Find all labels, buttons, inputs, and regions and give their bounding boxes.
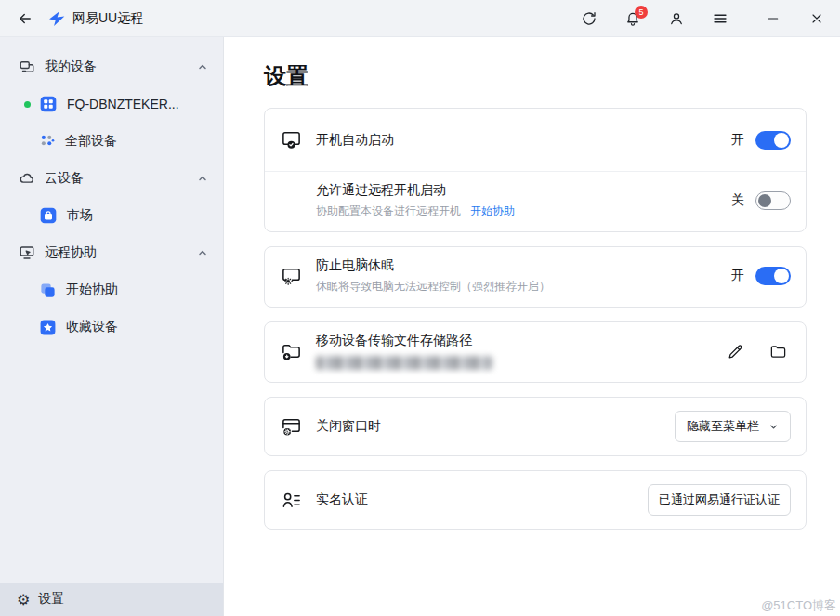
refresh-icon [581,10,597,27]
online-status-dot [24,101,31,108]
sidebar-label: 云设备 [45,170,84,187]
card-real-name: 实名认证 已通过网易通行证认证 [264,470,807,530]
certification-button[interactable]: 已通过网易通行证认证 [648,484,791,516]
notification-badge: 5 [635,6,648,19]
setting-title: 实名认证 [316,491,633,508]
close-button[interactable] [803,5,831,33]
subtitle-text: 协助配置本设备进行远程开机 [316,204,461,217]
devices-icon [19,59,35,75]
sidebar-group-my-devices[interactable]: 我的设备 [0,48,223,85]
gear-icon: ⚙ [17,591,30,609]
edit-path-button[interactable] [722,338,748,364]
minimize-icon [766,11,781,26]
sidebar-item-market[interactable]: 市场 [0,197,223,234]
chevron-up-icon [197,247,208,258]
refresh-button[interactable] [575,5,603,33]
sidebar-label: FQ-DBNZTEKER... [67,97,179,111]
setting-row-prevent-sleep: 防止电脑休眠 休眠将导致电脑无法远程控制（强烈推荐开启） 开 [265,247,806,307]
setting-row-close-window: 关闭窗口时 隐藏至菜单栏 [265,398,806,455]
sidebar-item-favorite-devices[interactable]: 收藏设备 [0,308,223,346]
toggle-state-label: 开 [731,132,744,149]
remote-assist-icon [19,244,35,261]
device-app-icon [39,95,58,113]
toggle-state-label: 关 [731,192,744,209]
account-button[interactable] [663,5,690,33]
sidebar-label: 全部设备 [65,133,117,150]
chevron-down-icon [768,422,779,432]
watermark: @51CTO博客 [761,597,836,614]
pencil-icon [727,343,744,360]
dots-grid-icon [39,133,56,150]
menu-button[interactable] [706,5,734,33]
open-folder-button[interactable] [765,338,791,364]
page-title: 设置 [264,61,807,91]
app-title: 网易UU远程 [72,10,143,27]
sidebar-label: 设置 [38,591,64,608]
sidebar-item-settings[interactable]: ⚙ 设置 [0,583,223,616]
card-prevent-sleep: 防止电脑休眠 休眠将导致电脑无法远程控制（强烈推荐开启） 开 [264,246,807,308]
sidebar-item-start-assist[interactable]: 开始协助 [0,271,223,308]
close-icon [809,11,824,26]
back-button[interactable] [11,5,39,33]
start-assist-icon [39,282,57,299]
notification-button[interactable]: 5 [619,5,647,33]
app-logo-icon [46,8,67,29]
chevron-up-icon [197,61,208,72]
sidebar-label: 开始协助 [66,282,118,298]
setting-title: 开机自动启动 [316,132,716,149]
remote-boot-toggle[interactable] [755,191,791,210]
sidebar-nav: 我的设备 FQ-DBNZTEKER... 全部设备 云设备 [0,37,223,583]
setting-title: 关闭窗口时 [316,418,660,435]
sidebar-item-device[interactable]: FQ-DBNZTEKER... [0,85,223,123]
setting-title: 防止电脑休眠 [316,257,716,274]
minimize-button[interactable] [759,5,787,33]
setting-title: 移动设备传输文件存储路径 [316,333,707,349]
hamburger-icon [712,10,728,27]
dropdown-value: 隐藏至菜单栏 [687,418,759,435]
prevent-sleep-toggle[interactable] [755,267,791,285]
sidebar-group-cloud-devices[interactable]: 云设备 [0,160,223,197]
setting-row-storage-path: 移动设备传输文件存储路径 [265,322,806,382]
prevent-sleep-icon [280,266,302,287]
cloud-icon [19,170,35,187]
sidebar-label: 收藏设备 [66,319,118,335]
setting-row-real-name: 实名认证 已通过网易通行证认证 [265,471,806,529]
window-gear-icon [280,416,302,438]
user-icon [668,10,685,27]
market-icon [39,206,58,225]
chevron-up-icon [197,173,208,184]
back-arrow-icon [17,10,33,27]
card-startup: 开机自动启动 开 允许通过远程开机启动 协助配置本设备进行远程开机开始协助 关 [264,108,807,232]
id-verify-icon [280,490,302,511]
setting-subtitle: 协助配置本设备进行远程开机开始协助 [316,203,716,219]
sidebar-item-all-devices[interactable]: 全部设备 [0,123,223,160]
titlebar: 网易UU远程 5 [0,0,840,37]
settings-page: 设置 开机自动启动 开 [224,37,840,616]
setting-title: 允许通过远程开机启动 [316,182,716,199]
folder-icon [769,343,787,360]
toggle-state-label: 开 [731,268,744,284]
sidebar: 我的设备 FQ-DBNZTEKER... 全部设备 云设备 [0,37,224,616]
card-close-window: 关闭窗口时 隐藏至菜单栏 [264,397,807,456]
setting-row-remote-boot: 允许通过远程开机启动 协助配置本设备进行远程开机开始协助 关 [265,171,806,231]
card-storage-path: 移动设备传输文件存储路径 [264,321,807,383]
sidebar-label: 市场 [67,207,93,224]
sidebar-label: 远程协助 [45,244,97,261]
close-window-dropdown[interactable]: 隐藏至菜单栏 [675,411,791,442]
start-assist-link[interactable]: 开始协助 [470,204,515,217]
setting-subtitle: 休眠将导致电脑无法远程控制（强烈推荐开启） [316,279,716,295]
app-window: 网易UU远程 5 [0,0,840,616]
auto-start-toggle[interactable] [755,131,791,150]
favorite-star-icon [39,319,57,336]
sidebar-group-remote-assist[interactable]: 远程协助 [0,234,223,271]
auto-start-icon [280,129,302,151]
redacted-path [316,356,492,370]
folder-download-icon [280,341,302,362]
sidebar-label: 我的设备 [45,59,97,75]
setting-row-auto-start: 开机自动启动 开 [265,109,806,171]
